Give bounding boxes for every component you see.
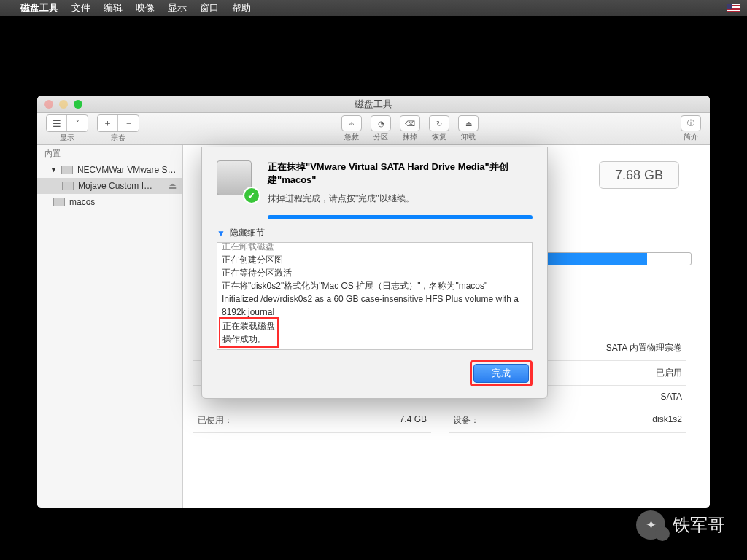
menu-help[interactable]: 帮助 <box>232 1 251 15</box>
sidebar-icon[interactable]: ☰ <box>47 115 67 131</box>
sidebar-item-label: macos <box>69 197 95 207</box>
log-line: 操作成功。 <box>222 332 275 346</box>
checkmark-badge-icon: ✓ <box>243 187 260 204</box>
toolbar-label-volume: 宗卷 <box>111 133 125 143</box>
pie-chart-icon: ◔ <box>378 120 384 128</box>
sidebar-item-label: Mojave Custom I… <box>78 181 152 191</box>
app-menu[interactable]: 磁盘工具 <box>20 1 58 15</box>
input-source-flag-icon[interactable] <box>727 4 740 12</box>
close-window-icon[interactable] <box>44 100 53 109</box>
done-button[interactable]: 完成 <box>473 364 529 383</box>
capacity-value: 7.68 GB <box>615 168 663 183</box>
toolbar-label-display: 显示 <box>60 133 74 143</box>
details-toggle-label: 隐藏细节 <box>230 227 265 239</box>
sidebar-item-disk[interactable]: ▼ NECVMWar VMware S… <box>37 162 182 178</box>
sidebar-view-toggle[interactable]: ☰ ˅ <box>46 114 88 132</box>
info-val: 7.4 GB <box>400 414 427 427</box>
partition-button[interactable]: ◔ <box>371 115 391 131</box>
unmount-button[interactable]: ⏏ <box>458 115 479 131</box>
sidebar-item-volume[interactable]: macos <box>37 194 182 210</box>
menu-edit[interactable]: 编辑 <box>104 1 123 15</box>
wechat-icon: ✦ <box>636 510 665 540</box>
stethoscope-icon: ஃ <box>349 119 354 128</box>
toolbar-label-info: 简介 <box>684 132 698 142</box>
log-line: 正在卸载磁盘 <box>222 242 527 253</box>
log-line: 正在将"disk0s2"格式化为"Mac OS 扩展（日志式）"，名称为"mac… <box>222 279 527 292</box>
first-aid-button[interactable]: ஃ <box>341 115 362 131</box>
hard-drive-icon <box>53 198 65 206</box>
sidebar-item-volume[interactable]: Mojave Custom I… ⏏ <box>37 178 182 194</box>
sheet-title: 正在抹掉"VMware Virtual SATA Hard Drive Medi… <box>268 160 533 187</box>
restore-button[interactable]: ↻ <box>429 115 449 131</box>
erase-button[interactable]: ⌫ <box>400 115 420 131</box>
info-val: disk1s2 <box>652 414 682 427</box>
menu-file[interactable]: 文件 <box>71 1 90 15</box>
toolbar-label-erase: 抹掉 <box>403 132 417 142</box>
eject-icon: ⏏ <box>465 120 472 128</box>
system-menubar: 磁盘工具 文件 编辑 映像 显示 窗口 帮助 <box>0 0 747 16</box>
restore-icon: ↻ <box>436 120 442 128</box>
plus-icon[interactable]: ＋ <box>98 115 118 131</box>
log-line: 正在创建分区图 <box>222 253 527 266</box>
erase-icon: ⌫ <box>405 120 415 128</box>
toolbar-label-partition: 分区 <box>374 132 388 142</box>
sheet-subtitle: 抹掉进程完成，请点按"完成"以继续。 <box>268 192 533 205</box>
toolbar-label-restore: 恢复 <box>432 132 446 142</box>
hard-drive-icon <box>61 166 73 174</box>
volume-add-remove[interactable]: ＋ － <box>97 114 139 132</box>
log-highlight: 正在装载磁盘 操作成功。 <box>219 317 279 348</box>
chevron-down-icon[interactable]: ˅ <box>67 115 88 131</box>
log-output[interactable]: 正在卸载磁盘 正在创建分区图 正在等待分区激活 正在将"disk0s2"格式化为… <box>217 242 533 350</box>
menu-view[interactable]: 显示 <box>168 1 187 15</box>
menu-window[interactable]: 窗口 <box>200 1 219 15</box>
minus-icon[interactable]: － <box>118 115 139 131</box>
sidebar-section-header: 内置 <box>37 145 182 162</box>
sidebar: 内置 ▼ NECVMWar VMware S… Mojave Custom I…… <box>37 145 183 508</box>
info-key: 已使用： <box>198 414 233 427</box>
zoom-window-icon[interactable] <box>74 100 82 109</box>
drive-success-icon: ✓ <box>217 160 258 201</box>
toolbar-label-firstaid: 急救 <box>344 132 359 142</box>
toolbar-label-unmount: 卸载 <box>461 132 476 142</box>
window-title: 磁盘工具 <box>355 98 392 111</box>
done-highlight: 完成 <box>470 360 533 386</box>
log-line: 正在等待分区激活 <box>222 266 527 279</box>
sidebar-item-label: NECVMWar VMware S… <box>77 165 177 175</box>
info-icon: ⓘ <box>687 118 694 128</box>
details-toggle[interactable]: ▼ 隐藏细节 <box>217 227 533 239</box>
menu-images[interactable]: 映像 <box>136 1 155 15</box>
log-line: 正在装载磁盘 <box>222 319 275 332</box>
watermark: ✦ 铁军哥 <box>636 510 725 540</box>
eject-icon[interactable]: ⏏ <box>169 181 177 191</box>
info-cell: 设备： disk1s2 <box>449 408 686 433</box>
capacity-pill: 7.68 GB <box>599 161 679 189</box>
window-titlebar: 磁盘工具 <box>37 96 710 113</box>
info-button[interactable]: ⓘ <box>681 115 701 131</box>
erase-progress-sheet: ✓ 正在抹掉"VMware Virtual SATA Hard Drive Me… <box>201 147 548 399</box>
toolbar: ☰ ˅ 显示 ＋ － 宗卷 ஃ 急救 ◔ 分区 ⌫ 抹掉 ↻ 恢复 <box>37 113 710 145</box>
minimize-window-icon[interactable] <box>59 100 68 109</box>
disclosure-triangle-icon[interactable]: ▼ <box>50 166 57 174</box>
hard-drive-icon <box>62 182 74 190</box>
log-line: Initialized /dev/rdisk0s2 as a 60 GB cas… <box>222 292 527 319</box>
info-cell: 已使用： 7.4 GB <box>193 408 431 433</box>
disclosure-triangle-icon: ▼ <box>217 228 225 238</box>
info-key: 设备： <box>453 414 479 427</box>
progress-bar <box>268 215 533 219</box>
watermark-text: 铁军哥 <box>673 513 725 537</box>
